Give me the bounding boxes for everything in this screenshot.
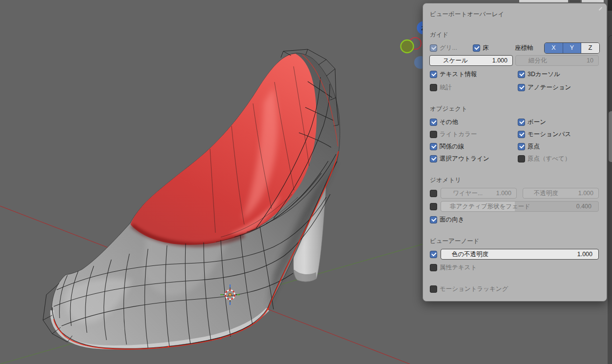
right-edge-tab[interactable] bbox=[609, 111, 612, 162]
row-motion-tracking: モーショントラッキング bbox=[430, 283, 508, 294]
row-origins-all: 原点（すべて） bbox=[518, 153, 570, 164]
opacity-value: 1.000 bbox=[578, 190, 593, 197]
section-geometry: ジオメトリ bbox=[430, 176, 461, 184]
scale-label: スケール bbox=[443, 57, 468, 65]
axis-toggle-y[interactable]: Y bbox=[563, 43, 582, 53]
row-fade-inactive bbox=[430, 201, 437, 212]
scale-value: 1.000 bbox=[492, 57, 507, 64]
axis-toggle-x[interactable]: X bbox=[545, 43, 563, 53]
checkbox-bones[interactable] bbox=[518, 119, 525, 126]
checkbox-floor[interactable] bbox=[473, 44, 480, 52]
axes-label-row: 座標軸 bbox=[515, 42, 533, 53]
viewport-overlays-popover: ビューポートオーバーレイ ガイド グリ... 床 座標軸 X Y Z スケール … bbox=[422, 3, 607, 302]
subdivisions-label: 細分化 bbox=[528, 57, 547, 65]
row-bones: ボーン bbox=[518, 117, 546, 127]
checkbox-3d-cursor[interactable] bbox=[518, 71, 525, 78]
label-attribute-text: 属性テキスト bbox=[440, 263, 477, 272]
label-relationship-lines: 関係の線 bbox=[440, 142, 464, 151]
checkbox-origins[interactable] bbox=[518, 143, 525, 150]
row-attribute-text: 属性テキスト bbox=[430, 262, 477, 273]
label-selection-outline: 選択アウトライン bbox=[440, 155, 489, 163]
label-3d-cursor: 3Dカーソル bbox=[528, 70, 560, 79]
checkbox-fade-inactive[interactable] bbox=[430, 203, 437, 210]
label-bones: ボーン bbox=[528, 118, 546, 126]
row-3d-cursor: 3Dカーソル bbox=[518, 69, 560, 80]
label-motion-tracking: モーショントラッキング bbox=[440, 285, 508, 293]
checkbox-attribute-text[interactable] bbox=[430, 264, 437, 271]
label-face-orientation: 面の向き bbox=[440, 216, 464, 224]
label-light-colors: ライトカラー bbox=[440, 130, 477, 139]
subdivisions-slider[interactable]: 細分化 10 bbox=[515, 55, 599, 66]
wireframe-value: 1.000 bbox=[496, 190, 511, 197]
checkbox-color-opacity[interactable] bbox=[430, 251, 437, 258]
opacity-slider[interactable]: 不透明度 1.000 bbox=[523, 188, 599, 199]
row-relationship-lines: 関係の線 bbox=[430, 141, 464, 152]
checkbox-text-info[interactable] bbox=[430, 71, 437, 78]
wireframe-slider[interactable]: ワイヤー... 1.000 bbox=[441, 188, 517, 199]
checkbox-wireframe[interactable] bbox=[430, 190, 437, 197]
section-viewer-node: ビューアーノード bbox=[430, 237, 479, 245]
checkbox-annotations[interactable] bbox=[518, 84, 525, 91]
checkbox-statistics[interactable] bbox=[430, 84, 437, 91]
color-opacity-value: 1.000 bbox=[577, 251, 592, 258]
label-motion-paths: モーションパス bbox=[528, 130, 571, 139]
row-statistics: 統計 bbox=[430, 82, 452, 93]
header-button-sliver-dark bbox=[570, 0, 580, 2]
row-extras: その他 bbox=[430, 117, 458, 127]
label-statistics: 統計 bbox=[440, 83, 452, 92]
row-grid: グリ... bbox=[430, 42, 457, 53]
checkbox-motion-tracking[interactable] bbox=[430, 285, 437, 293]
subdivisions-value: 10 bbox=[587, 57, 593, 64]
right-region-header-edge bbox=[608, 0, 612, 11]
scale-slider[interactable]: スケール 1.000 bbox=[429, 55, 513, 66]
popover-title: ビューポートオーバーレイ bbox=[430, 10, 504, 19]
popover-corner-arrow-icon bbox=[599, 7, 603, 11]
wireframe-label: ワイヤー... bbox=[453, 189, 483, 198]
gizmo-axis-y-ball bbox=[401, 40, 414, 53]
checkbox-light-colors[interactable] bbox=[430, 131, 437, 138]
checkbox-grid[interactable] bbox=[430, 44, 437, 52]
checkbox-extras[interactable] bbox=[430, 119, 437, 126]
checkbox-selection-outline[interactable] bbox=[430, 155, 437, 162]
label-origins: 原点 bbox=[528, 142, 540, 151]
label-grid: グリ... bbox=[440, 44, 457, 52]
fade-inactive-value: 0.400 bbox=[576, 203, 591, 210]
label-text-info: テキスト情報 bbox=[440, 70, 477, 79]
header-button-sliver bbox=[519, 0, 568, 2]
label-annotations: アノテーション bbox=[528, 83, 571, 92]
row-motion-paths: モーションパス bbox=[518, 129, 571, 140]
color-opacity-slider[interactable]: 色の不透明度 1.000 bbox=[441, 249, 599, 260]
checkbox-face-orientation[interactable] bbox=[430, 216, 437, 223]
row-annotations: アノテーション bbox=[518, 82, 571, 93]
label-extras: その他 bbox=[440, 118, 458, 126]
fade-inactive-slider[interactable]: 非アクティブ形状をフェード 0.400 bbox=[441, 201, 599, 212]
color-opacity-label: 色の不透明度 bbox=[452, 250, 488, 259]
row-color-opacity bbox=[430, 249, 437, 260]
checkbox-relationship-lines[interactable] bbox=[430, 143, 437, 150]
header-button-sliver2 bbox=[582, 0, 604, 2]
checkbox-origins-all[interactable] bbox=[518, 155, 525, 162]
checkbox-motion-paths[interactable] bbox=[518, 131, 525, 138]
row-text-info: テキスト情報 bbox=[430, 69, 477, 80]
row-origins: 原点 bbox=[518, 141, 540, 152]
blender-window: { "window": { "viewport_bg": "#646464" }… bbox=[0, 0, 612, 364]
row-floor: 床 bbox=[473, 42, 489, 53]
fade-inactive-label: 非アクティブ形状をフェード bbox=[450, 202, 530, 211]
label-origins-all: 原点（すべて） bbox=[528, 155, 570, 163]
right-edge-button-outline bbox=[609, 35, 612, 112]
right-region-edge bbox=[608, 0, 612, 364]
label-floor: 床 bbox=[483, 44, 489, 52]
section-objects: オブジェクト bbox=[430, 105, 467, 113]
opacity-label: 不透明度 bbox=[534, 189, 558, 198]
row-face-orientation: 面の向き bbox=[430, 214, 464, 225]
row-selection-outline: 選択アウトライン bbox=[430, 153, 489, 164]
section-guides: ガイド bbox=[430, 31, 448, 39]
axis-toggle-group: X Y Z bbox=[544, 42, 600, 54]
row-light-colors: ライトカラー bbox=[430, 129, 477, 140]
axis-toggle-z[interactable]: Z bbox=[581, 43, 599, 53]
label-axes: 座標軸 bbox=[515, 44, 533, 52]
row-geometry-wire bbox=[430, 188, 437, 199]
